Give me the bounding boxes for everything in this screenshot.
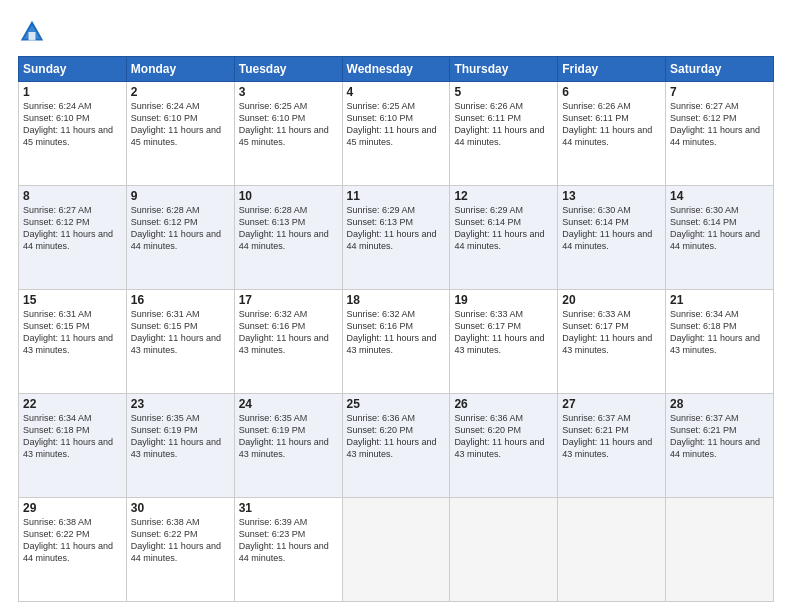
calendar-cell: 27Sunrise: 6:37 AMSunset: 6:21 PMDayligh… [558,394,666,498]
day-detail: Sunrise: 6:29 AMSunset: 6:13 PMDaylight:… [347,204,446,253]
day-number: 7 [670,85,769,99]
day-number: 18 [347,293,446,307]
col-saturday: Saturday [666,57,774,82]
header [18,18,774,46]
col-friday: Friday [558,57,666,82]
calendar-cell: 16Sunrise: 6:31 AMSunset: 6:15 PMDayligh… [126,290,234,394]
calendar-week-2: 8Sunrise: 6:27 AMSunset: 6:12 PMDaylight… [19,186,774,290]
calendar-cell [342,498,450,602]
calendar-week-4: 22Sunrise: 6:34 AMSunset: 6:18 PMDayligh… [19,394,774,498]
day-detail: Sunrise: 6:33 AMSunset: 6:17 PMDaylight:… [454,308,553,357]
day-detail: Sunrise: 6:26 AMSunset: 6:11 PMDaylight:… [454,100,553,149]
day-detail: Sunrise: 6:35 AMSunset: 6:19 PMDaylight:… [131,412,230,461]
calendar-cell: 26Sunrise: 6:36 AMSunset: 6:20 PMDayligh… [450,394,558,498]
day-number: 25 [347,397,446,411]
calendar-cell: 25Sunrise: 6:36 AMSunset: 6:20 PMDayligh… [342,394,450,498]
col-sunday: Sunday [19,57,127,82]
calendar-cell: 9Sunrise: 6:28 AMSunset: 6:12 PMDaylight… [126,186,234,290]
day-number: 23 [131,397,230,411]
calendar-cell: 29Sunrise: 6:38 AMSunset: 6:22 PMDayligh… [19,498,127,602]
day-number: 12 [454,189,553,203]
day-detail: Sunrise: 6:32 AMSunset: 6:16 PMDaylight:… [239,308,338,357]
day-number: 1 [23,85,122,99]
calendar-cell: 30Sunrise: 6:38 AMSunset: 6:22 PMDayligh… [126,498,234,602]
calendar-cell: 4Sunrise: 6:25 AMSunset: 6:10 PMDaylight… [342,82,450,186]
calendar-cell [450,498,558,602]
calendar-cell: 23Sunrise: 6:35 AMSunset: 6:19 PMDayligh… [126,394,234,498]
day-number: 4 [347,85,446,99]
day-detail: Sunrise: 6:28 AMSunset: 6:12 PMDaylight:… [131,204,230,253]
day-detail: Sunrise: 6:35 AMSunset: 6:19 PMDaylight:… [239,412,338,461]
calendar-cell: 28Sunrise: 6:37 AMSunset: 6:21 PMDayligh… [666,394,774,498]
calendar-cell: 11Sunrise: 6:29 AMSunset: 6:13 PMDayligh… [342,186,450,290]
day-number: 8 [23,189,122,203]
calendar-body: 1Sunrise: 6:24 AMSunset: 6:10 PMDaylight… [19,82,774,602]
day-number: 2 [131,85,230,99]
calendar-week-1: 1Sunrise: 6:24 AMSunset: 6:10 PMDaylight… [19,82,774,186]
day-detail: Sunrise: 6:24 AMSunset: 6:10 PMDaylight:… [131,100,230,149]
calendar-cell: 1Sunrise: 6:24 AMSunset: 6:10 PMDaylight… [19,82,127,186]
day-number: 19 [454,293,553,307]
svg-rect-2 [29,32,36,40]
calendar-cell: 2Sunrise: 6:24 AMSunset: 6:10 PMDaylight… [126,82,234,186]
calendar-cell: 20Sunrise: 6:33 AMSunset: 6:17 PMDayligh… [558,290,666,394]
day-detail: Sunrise: 6:38 AMSunset: 6:22 PMDaylight:… [131,516,230,565]
col-thursday: Thursday [450,57,558,82]
calendar-cell: 17Sunrise: 6:32 AMSunset: 6:16 PMDayligh… [234,290,342,394]
day-number: 31 [239,501,338,515]
calendar-cell: 3Sunrise: 6:25 AMSunset: 6:10 PMDaylight… [234,82,342,186]
day-detail: Sunrise: 6:36 AMSunset: 6:20 PMDaylight:… [454,412,553,461]
day-number: 20 [562,293,661,307]
day-detail: Sunrise: 6:26 AMSunset: 6:11 PMDaylight:… [562,100,661,149]
day-number: 30 [131,501,230,515]
day-detail: Sunrise: 6:30 AMSunset: 6:14 PMDaylight:… [562,204,661,253]
day-detail: Sunrise: 6:31 AMSunset: 6:15 PMDaylight:… [23,308,122,357]
day-number: 26 [454,397,553,411]
calendar-cell: 5Sunrise: 6:26 AMSunset: 6:11 PMDaylight… [450,82,558,186]
calendar-cell: 6Sunrise: 6:26 AMSunset: 6:11 PMDaylight… [558,82,666,186]
calendar-cell: 31Sunrise: 6:39 AMSunset: 6:23 PMDayligh… [234,498,342,602]
day-detail: Sunrise: 6:27 AMSunset: 6:12 PMDaylight:… [670,100,769,149]
day-detail: Sunrise: 6:29 AMSunset: 6:14 PMDaylight:… [454,204,553,253]
day-number: 22 [23,397,122,411]
day-number: 13 [562,189,661,203]
calendar-cell: 10Sunrise: 6:28 AMSunset: 6:13 PMDayligh… [234,186,342,290]
day-number: 15 [23,293,122,307]
day-detail: Sunrise: 6:27 AMSunset: 6:12 PMDaylight:… [23,204,122,253]
calendar-week-3: 15Sunrise: 6:31 AMSunset: 6:15 PMDayligh… [19,290,774,394]
calendar-cell: 15Sunrise: 6:31 AMSunset: 6:15 PMDayligh… [19,290,127,394]
calendar-header: Sunday Monday Tuesday Wednesday Thursday… [19,57,774,82]
day-detail: Sunrise: 6:39 AMSunset: 6:23 PMDaylight:… [239,516,338,565]
day-detail: Sunrise: 6:36 AMSunset: 6:20 PMDaylight:… [347,412,446,461]
day-number: 14 [670,189,769,203]
calendar-cell: 12Sunrise: 6:29 AMSunset: 6:14 PMDayligh… [450,186,558,290]
day-number: 27 [562,397,661,411]
logo [18,18,50,46]
calendar-cell: 18Sunrise: 6:32 AMSunset: 6:16 PMDayligh… [342,290,450,394]
day-detail: Sunrise: 6:25 AMSunset: 6:10 PMDaylight:… [347,100,446,149]
day-detail: Sunrise: 6:24 AMSunset: 6:10 PMDaylight:… [23,100,122,149]
day-number: 10 [239,189,338,203]
day-number: 6 [562,85,661,99]
logo-icon [18,18,46,46]
day-detail: Sunrise: 6:32 AMSunset: 6:16 PMDaylight:… [347,308,446,357]
col-tuesday: Tuesday [234,57,342,82]
day-detail: Sunrise: 6:37 AMSunset: 6:21 PMDaylight:… [670,412,769,461]
day-detail: Sunrise: 6:38 AMSunset: 6:22 PMDaylight:… [23,516,122,565]
calendar-week-5: 29Sunrise: 6:38 AMSunset: 6:22 PMDayligh… [19,498,774,602]
day-number: 29 [23,501,122,515]
day-detail: Sunrise: 6:30 AMSunset: 6:14 PMDaylight:… [670,204,769,253]
day-number: 5 [454,85,553,99]
calendar-cell: 14Sunrise: 6:30 AMSunset: 6:14 PMDayligh… [666,186,774,290]
calendar-cell [558,498,666,602]
calendar-table: Sunday Monday Tuesday Wednesday Thursday… [18,56,774,602]
calendar-cell: 7Sunrise: 6:27 AMSunset: 6:12 PMDaylight… [666,82,774,186]
day-detail: Sunrise: 6:34 AMSunset: 6:18 PMDaylight:… [23,412,122,461]
header-row: Sunday Monday Tuesday Wednesday Thursday… [19,57,774,82]
day-detail: Sunrise: 6:37 AMSunset: 6:21 PMDaylight:… [562,412,661,461]
calendar-cell [666,498,774,602]
day-number: 21 [670,293,769,307]
calendar-cell: 8Sunrise: 6:27 AMSunset: 6:12 PMDaylight… [19,186,127,290]
day-detail: Sunrise: 6:31 AMSunset: 6:15 PMDaylight:… [131,308,230,357]
col-wednesday: Wednesday [342,57,450,82]
